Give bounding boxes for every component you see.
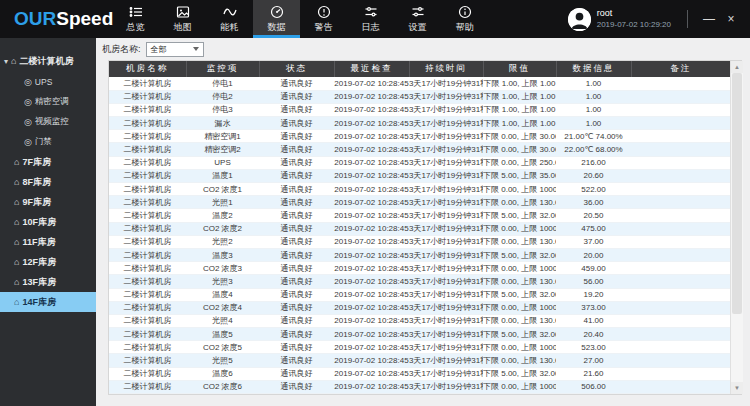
sidebar-item-video-monitor[interactable]: ◎ 视频监控 (0, 112, 96, 132)
system-datetime: 2019-07-02 10:29:20 (597, 20, 671, 30)
table-row[interactable]: 二楼计算机房光照2通讯良好2019-07-02 10:28:453天17小时19… (109, 235, 730, 248)
cell-duration: 3天17小时19分钟31秒 (409, 380, 483, 393)
sidebar-item-ups[interactable]: ◎ UPS (0, 72, 96, 92)
nav-item-alerts[interactable]: 警告 (300, 0, 347, 38)
cell-status: 通讯良好 (259, 328, 334, 341)
monitor-icon: ◎ (24, 98, 32, 107)
cell-item: 漏水 (186, 117, 259, 130)
cell-duration: 3天17小时19分钟31秒 (409, 183, 483, 196)
nav-item-map[interactable]: 地图 (159, 0, 206, 38)
scrollbar-track[interactable] (731, 73, 743, 382)
nav-item-settings[interactable]: 设置 (394, 0, 441, 38)
room-filter-value: 全部 (151, 44, 167, 55)
table-row[interactable]: 二楼计算机房精密空调1通讯良好2019-07-02 10:28:453天17小时… (109, 130, 730, 143)
scroll-down-icon[interactable]: ▼ (731, 382, 743, 394)
cell-status: 通讯良好 (259, 196, 334, 209)
table-row[interactable]: 二楼计算机房温度4通讯良好2019-07-02 10:28:453天17小时19… (109, 288, 730, 301)
table-row[interactable]: 二楼计算机房温度2通讯良好2019-07-02 10:28:453天17小时19… (109, 209, 730, 222)
close-button[interactable]: × (720, 0, 742, 38)
table-row[interactable]: 二楼计算机房CO2 浓度1通讯良好2019-07-02 10:28:453天17… (109, 183, 730, 196)
table-row[interactable]: 二楼计算机房温度6通讯良好2019-07-02 10:28:453天17小时19… (109, 367, 730, 380)
table-row[interactable]: 二楼计算机房光照4通讯良好2019-07-02 10:28:453天17小时19… (109, 314, 730, 327)
cell-limit: 下限 5.00, 上限 32.00 (483, 328, 556, 341)
cell-item: 温度5 (186, 328, 259, 341)
cell-checked: 2019-07-02 10:28:45 (334, 90, 409, 103)
log-icon (364, 5, 378, 19)
table-row[interactable]: 二楼计算机房漏水通讯良好2019-07-02 10:28:453天17小时19分… (109, 117, 730, 130)
cell-value: 20.50 (556, 209, 631, 222)
table-row[interactable]: 二楼计算机房光照3通讯良好2019-07-02 10:28:453天17小时19… (109, 275, 730, 288)
sidebar-item-room[interactable]: ⌂13F库房 (0, 272, 96, 292)
user-name: root (597, 8, 671, 19)
sidebar-item-precision-ac[interactable]: ◎ 精密空调 (0, 92, 96, 112)
cell-value: 19.20 (556, 288, 631, 301)
nav-label: 日志 (362, 21, 380, 34)
cell-value: 27.00 (556, 354, 631, 367)
cell-item: 停电1 (186, 77, 259, 90)
cell-note (631, 183, 730, 196)
table-row[interactable]: 二楼计算机房CO2 浓度3通讯良好2019-07-02 10:28:453天17… (109, 262, 730, 275)
table-row[interactable]: 二楼计算机房CO2 浓度2通讯良好2019-07-02 10:28:453天17… (109, 222, 730, 235)
nav-item-data[interactable]: 数据 (253, 0, 300, 38)
table-row[interactable]: 二楼计算机房温度5通讯良好2019-07-02 10:28:453天17小时19… (109, 328, 730, 341)
cell-status: 通讯良好 (259, 354, 334, 367)
cell-duration: 3天17小时19分钟31秒 (409, 301, 483, 314)
cell-item: 光照1 (186, 196, 259, 209)
sidebar-item-label: 门禁 (35, 136, 52, 148)
sidebar-item-room[interactable]: ⌂9F库房 (0, 192, 96, 212)
cell-checked: 2019-07-02 10:28:45 (334, 367, 409, 380)
nav-item-help[interactable]: 帮助 (441, 0, 488, 38)
cell-checked: 2019-07-02 10:28:45 (334, 301, 409, 314)
cell-room: 二楼计算机房 (109, 156, 186, 169)
cell-item: 温度1 (186, 169, 259, 182)
cell-note (631, 130, 730, 143)
sidebar-item-room[interactable]: ⌂8F库房 (0, 172, 96, 192)
cell-item: 精密空调2 (186, 143, 259, 156)
table-row[interactable]: 二楼计算机房温度1通讯良好2019-07-02 10:28:453天17小时19… (109, 169, 730, 182)
nav-item-logs[interactable]: 日志 (347, 0, 394, 38)
cell-limit: 下限 0.00, 上限 250.00 (483, 156, 556, 169)
scroll-up-icon[interactable]: ▲ (731, 61, 743, 73)
cell-item: 温度2 (186, 209, 259, 222)
sidebar-item-room2f-group[interactable]: ▾ ⌂ 二楼计算机房 (0, 50, 96, 72)
table-row[interactable]: 二楼计算机房UPS通讯良好2019-07-02 10:28:453天17小时19… (109, 156, 730, 169)
table-row[interactable]: 二楼计算机房CO2 浓度4通讯良好2019-07-02 10:28:453天17… (109, 301, 730, 314)
user-avatar[interactable] (568, 8, 591, 31)
sidebar-item-room[interactable]: ⌂7F库房 (0, 152, 96, 172)
sidebar-item-room[interactable]: ⌂12F库房 (0, 252, 96, 272)
table-row[interactable]: 二楼计算机房光照5通讯良好2019-07-02 10:28:453天17小时19… (109, 354, 730, 367)
table-row[interactable]: 二楼计算机房精密空调2通讯良好2019-07-02 10:28:453天17小时… (109, 143, 730, 156)
table-row[interactable]: 二楼计算机房光照1通讯良好2019-07-02 10:28:453天17小时19… (109, 196, 730, 209)
table-row[interactable]: 二楼计算机房CO2 浓度6通讯良好2019-07-02 10:28:453天17… (109, 380, 730, 393)
scrollbar-thumb[interactable] (732, 73, 742, 314)
home-icon: ⌂ (14, 298, 19, 307)
room-filter-select[interactable]: 全部 (146, 42, 204, 57)
table-row[interactable]: 二楼计算机房停电2通讯良好2019-07-02 10:28:453天17小时19… (109, 90, 730, 103)
cell-room: 二楼计算机房 (109, 143, 186, 156)
table-row[interactable]: 二楼计算机房停电3通讯良好2019-07-02 10:28:453天17小时19… (109, 103, 730, 116)
cell-value: 21.00℃ 74.00% (556, 130, 631, 143)
cell-room: 二楼计算机房 (109, 196, 186, 209)
cell-duration: 3天17小时19分钟31秒 (409, 341, 483, 354)
minimize-button[interactable]: — (698, 0, 720, 38)
cell-status: 通讯良好 (259, 380, 334, 393)
sidebar-item-room[interactable]: ⌂14F库房 (0, 292, 96, 312)
table-row[interactable]: 二楼计算机房停电1通讯良好2019-07-02 10:28:453天17小时19… (109, 77, 730, 90)
sidebar-item-room[interactable]: ⌂11F库房 (0, 232, 96, 252)
vertical-scrollbar[interactable]: ▲ ▼ (730, 61, 743, 394)
cell-duration: 3天17小时19分钟31秒 (409, 235, 483, 248)
col-header-note: 备注 (631, 61, 730, 77)
table-row[interactable]: 二楼计算机房CO2 浓度5通讯良好2019-07-02 10:28:453天17… (109, 341, 730, 354)
nav-item-energy[interactable]: 能耗 (206, 0, 253, 38)
table-row[interactable]: 二楼计算机房温度3通讯良好2019-07-02 10:28:453天17小时19… (109, 248, 730, 261)
sidebar-item-access-control[interactable]: ◎ 门禁 (0, 132, 96, 152)
nav-item-overview[interactable]: 总览 (112, 0, 159, 38)
cell-duration: 3天17小时19分钟31秒 (409, 117, 483, 130)
cell-note (631, 143, 730, 156)
cell-status: 通讯良好 (259, 90, 334, 103)
cell-duration: 3天17小时19分钟31秒 (409, 354, 483, 367)
cell-status: 通讯良好 (259, 341, 334, 354)
cell-status: 通讯良好 (259, 367, 334, 380)
cell-note (631, 328, 730, 341)
sidebar-item-room[interactable]: ⌂10F库房 (0, 212, 96, 232)
